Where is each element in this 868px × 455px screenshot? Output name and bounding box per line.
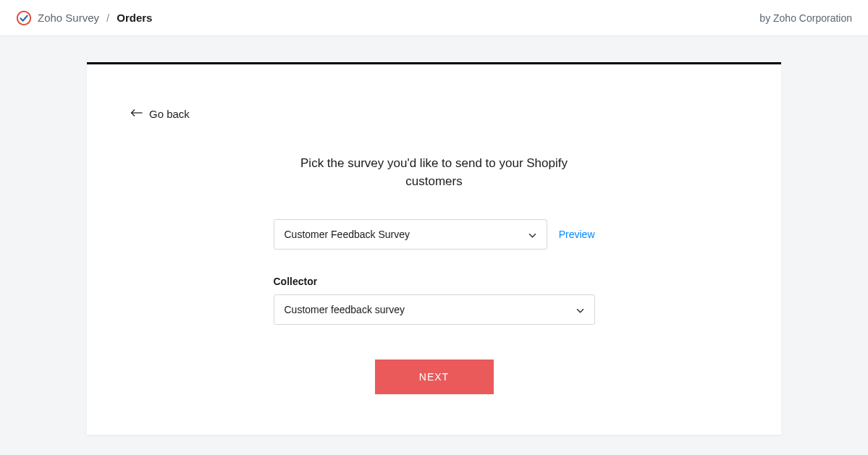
page-body: Go back Pick the survey you'd like to se… (0, 36, 868, 435)
svg-point-0 (17, 11, 30, 24)
collector-select[interactable]: Customer feedback survey (274, 294, 595, 325)
byline: by Zoho Corporation (759, 12, 852, 24)
preview-link[interactable]: Preview (559, 229, 595, 240)
form-section: Customer Feedback Survey Preview Collect… (274, 219, 595, 394)
chevron-down-icon (576, 303, 584, 316)
breadcrumb: Zoho Survey / Orders (16, 10, 152, 26)
zoho-survey-logo-icon (16, 10, 32, 26)
next-button[interactable]: NEXT (375, 360, 494, 394)
go-back-label: Go back (149, 108, 190, 120)
top-bar: Zoho Survey / Orders by Zoho Corporation (0, 0, 868, 36)
go-back-link[interactable]: Go back (130, 108, 190, 120)
survey-select[interactable]: Customer Feedback Survey (274, 219, 547, 250)
breadcrumb-separator: / (106, 12, 109, 24)
survey-select-value: Customer Feedback Survey (285, 229, 410, 240)
chevron-down-icon (528, 228, 536, 241)
collector-select-value: Customer feedback survey (285, 304, 405, 315)
arrow-left-icon (130, 108, 143, 120)
collector-label: Collector (274, 276, 595, 287)
instruction-heading: Pick the survey you'd like to send to yo… (282, 155, 586, 190)
main-card: Go back Pick the survey you'd like to se… (87, 62, 781, 435)
page-title: Orders (117, 12, 152, 24)
app-name[interactable]: Zoho Survey (38, 12, 99, 24)
collector-field: Collector Customer feedback survey (274, 276, 595, 325)
survey-select-row: Customer Feedback Survey Preview (274, 219, 595, 250)
